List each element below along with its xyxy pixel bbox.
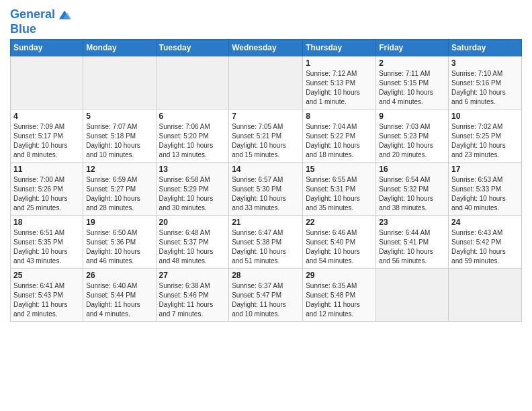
calendar-cell: 4Sunrise: 7:09 AMSunset: 5:17 PMDaylight…	[11, 109, 83, 163]
calendar-cell: 27Sunrise: 6:38 AMSunset: 5:46 PMDayligh…	[156, 269, 229, 322]
day-number: 6	[159, 111, 226, 121]
day-info: Sunrise: 7:05 AMSunset: 5:21 PMDaylight:…	[232, 122, 300, 160]
calendar-header-sunday: Sunday	[11, 40, 83, 56]
calendar-header-tuesday: Tuesday	[156, 40, 229, 56]
day-number: 10	[451, 111, 519, 121]
calendar-cell: 16Sunrise: 6:54 AMSunset: 5:32 PMDayligh…	[376, 163, 449, 216]
calendar-cell	[229, 56, 303, 109]
day-info: Sunrise: 7:09 AMSunset: 5:17 PMDaylight:…	[13, 122, 80, 160]
day-info: Sunrise: 7:12 AMSunset: 5:13 PMDaylight:…	[306, 69, 373, 107]
day-number: 8	[306, 111, 373, 121]
day-info: Sunrise: 6:46 AMSunset: 5:40 PMDaylight:…	[306, 228, 373, 266]
day-info: Sunrise: 7:04 AMSunset: 5:22 PMDaylight:…	[306, 122, 373, 160]
calendar-cell	[449, 269, 522, 322]
day-info: Sunrise: 6:43 AMSunset: 5:42 PMDaylight:…	[451, 228, 519, 266]
calendar-cell: 14Sunrise: 6:57 AMSunset: 5:30 PMDayligh…	[229, 163, 303, 216]
calendar-header-monday: Monday	[83, 40, 156, 56]
calendar-cell: 25Sunrise: 6:41 AMSunset: 5:43 PMDayligh…	[11, 269, 83, 322]
day-info: Sunrise: 7:07 AMSunset: 5:18 PMDaylight:…	[86, 122, 152, 160]
day-number: 28	[232, 271, 300, 280]
day-number: 15	[306, 165, 373, 174]
calendar-cell: 8Sunrise: 7:04 AMSunset: 5:22 PMDaylight…	[303, 109, 376, 163]
calendar-cell: 13Sunrise: 6:58 AMSunset: 5:29 PMDayligh…	[156, 163, 229, 216]
day-number: 1	[306, 58, 373, 68]
day-number: 14	[232, 165, 300, 174]
day-info: Sunrise: 6:38 AMSunset: 5:46 PMDaylight:…	[159, 281, 226, 319]
day-number: 12	[86, 165, 152, 174]
calendar-cell	[11, 56, 83, 109]
day-number: 25	[13, 271, 80, 280]
day-info: Sunrise: 7:02 AMSunset: 5:25 PMDaylight:…	[451, 122, 519, 160]
calendar-cell: 12Sunrise: 6:59 AMSunset: 5:27 PMDayligh…	[83, 163, 156, 216]
calendar-cell	[83, 56, 156, 109]
calendar-week-3: 11Sunrise: 7:00 AMSunset: 5:26 PMDayligh…	[11, 163, 522, 216]
day-number: 27	[159, 271, 226, 280]
day-info: Sunrise: 6:35 AMSunset: 5:48 PMDaylight:…	[306, 281, 373, 319]
day-number: 19	[86, 218, 152, 227]
calendar-week-2: 4Sunrise: 7:09 AMSunset: 5:17 PMDaylight…	[11, 109, 522, 163]
day-info: Sunrise: 7:11 AMSunset: 5:15 PMDaylight:…	[379, 69, 445, 107]
day-number: 16	[379, 165, 445, 174]
day-info: Sunrise: 6:37 AMSunset: 5:47 PMDaylight:…	[232, 281, 300, 319]
calendar-cell	[376, 269, 449, 322]
logo-blue: Blue	[10, 23, 73, 35]
calendar-cell: 17Sunrise: 6:53 AMSunset: 5:33 PMDayligh…	[449, 163, 522, 216]
day-info: Sunrise: 6:50 AMSunset: 5:36 PMDaylight:…	[86, 228, 152, 266]
day-number: 9	[379, 111, 445, 121]
day-number: 21	[232, 218, 300, 227]
calendar-cell: 24Sunrise: 6:43 AMSunset: 5:42 PMDayligh…	[449, 216, 522, 269]
day-info: Sunrise: 6:47 AMSunset: 5:38 PMDaylight:…	[232, 228, 300, 266]
calendar-cell: 3Sunrise: 7:10 AMSunset: 5:16 PMDaylight…	[449, 56, 522, 109]
day-number: 23	[379, 218, 445, 227]
day-info: Sunrise: 6:41 AMSunset: 5:43 PMDaylight:…	[13, 281, 80, 319]
day-info: Sunrise: 7:00 AMSunset: 5:26 PMDaylight:…	[13, 175, 80, 213]
day-number: 13	[159, 165, 226, 174]
calendar-cell: 10Sunrise: 7:02 AMSunset: 5:25 PMDayligh…	[449, 109, 522, 163]
calendar-cell: 1Sunrise: 7:12 AMSunset: 5:13 PMDaylight…	[303, 56, 376, 109]
calendar-table: SundayMondayTuesdayWednesdayThursdayFrid…	[10, 39, 522, 322]
day-info: Sunrise: 7:03 AMSunset: 5:23 PMDaylight:…	[379, 122, 445, 160]
day-info: Sunrise: 6:48 AMSunset: 5:37 PMDaylight:…	[159, 228, 226, 266]
calendar-cell: 2Sunrise: 7:11 AMSunset: 5:15 PMDaylight…	[376, 56, 449, 109]
calendar-week-4: 18Sunrise: 6:51 AMSunset: 5:35 PMDayligh…	[11, 216, 522, 269]
calendar-cell: 9Sunrise: 7:03 AMSunset: 5:23 PMDaylight…	[376, 109, 449, 163]
day-number: 22	[306, 218, 373, 227]
logo: General Blue	[10, 7, 73, 35]
day-info: Sunrise: 6:44 AMSunset: 5:41 PMDaylight:…	[379, 228, 445, 266]
calendar-cell: 18Sunrise: 6:51 AMSunset: 5:35 PMDayligh…	[11, 216, 83, 269]
calendar-cell: 19Sunrise: 6:50 AMSunset: 5:36 PMDayligh…	[83, 216, 156, 269]
day-number: 26	[86, 271, 152, 280]
day-number: 29	[306, 271, 373, 280]
calendar-header-row: SundayMondayTuesdayWednesdayThursdayFrid…	[11, 40, 522, 56]
day-info: Sunrise: 6:54 AMSunset: 5:32 PMDaylight:…	[379, 175, 445, 213]
calendar-cell: 28Sunrise: 6:37 AMSunset: 5:47 PMDayligh…	[229, 269, 303, 322]
logo-icon	[56, 7, 73, 23]
day-info: Sunrise: 6:40 AMSunset: 5:44 PMDaylight:…	[86, 281, 152, 319]
calendar-header-wednesday: Wednesday	[229, 40, 303, 56]
day-info: Sunrise: 6:58 AMSunset: 5:29 PMDaylight:…	[159, 175, 226, 213]
calendar-cell: 5Sunrise: 7:07 AMSunset: 5:18 PMDaylight…	[83, 109, 156, 163]
day-number: 11	[13, 165, 80, 174]
day-number: 3	[451, 58, 519, 68]
day-info: Sunrise: 7:06 AMSunset: 5:20 PMDaylight:…	[159, 122, 226, 160]
day-info: Sunrise: 6:53 AMSunset: 5:33 PMDaylight:…	[451, 175, 519, 213]
calendar-header-saturday: Saturday	[449, 40, 522, 56]
calendar-cell: 23Sunrise: 6:44 AMSunset: 5:41 PMDayligh…	[376, 216, 449, 269]
day-number: 18	[13, 218, 80, 227]
calendar-header-thursday: Thursday	[303, 40, 376, 56]
calendar-cell: 7Sunrise: 7:05 AMSunset: 5:21 PMDaylight…	[229, 109, 303, 163]
calendar-cell: 20Sunrise: 6:48 AMSunset: 5:37 PMDayligh…	[156, 216, 229, 269]
day-number: 2	[379, 58, 445, 68]
calendar-week-5: 25Sunrise: 6:41 AMSunset: 5:43 PMDayligh…	[11, 269, 522, 322]
day-info: Sunrise: 6:55 AMSunset: 5:31 PMDaylight:…	[306, 175, 373, 213]
page-container: General Blue SundayMondayTuesdayWednesda…	[0, 0, 532, 325]
calendar-cell: 29Sunrise: 6:35 AMSunset: 5:48 PMDayligh…	[303, 269, 376, 322]
day-number: 7	[232, 111, 300, 121]
day-info: Sunrise: 6:57 AMSunset: 5:30 PMDaylight:…	[232, 175, 300, 213]
day-number: 20	[159, 218, 226, 227]
calendar-header-friday: Friday	[376, 40, 449, 56]
day-number: 17	[451, 165, 519, 174]
calendar-cell: 6Sunrise: 7:06 AMSunset: 5:20 PMDaylight…	[156, 109, 229, 163]
day-info: Sunrise: 7:10 AMSunset: 5:16 PMDaylight:…	[451, 69, 519, 107]
day-number: 24	[451, 218, 519, 227]
